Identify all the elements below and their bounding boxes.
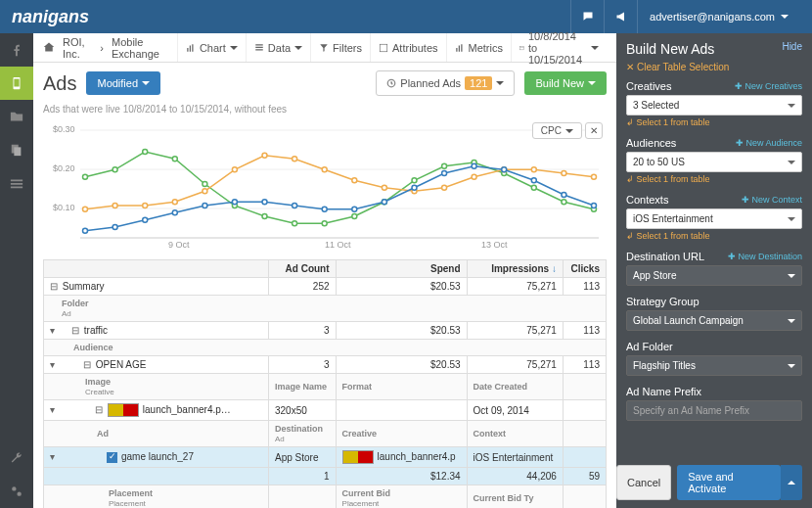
- row-summary[interactable]: ⊟ Summary 252$20.5375,271113: [44, 278, 607, 296]
- svg-text:$0.20: $0.20: [53, 163, 75, 173]
- breadcrumb-exchange[interactable]: Mobile Exchange: [112, 36, 169, 60]
- svg-point-71: [562, 193, 566, 198]
- svg-point-49: [442, 185, 447, 190]
- brand-logo: nanigans: [12, 7, 570, 27]
- toolbar-daterange[interactable]: 10/8/2014 to 10/15/2014: [511, 33, 607, 62]
- svg-point-20: [113, 167, 117, 172]
- collapse-icon[interactable]: ⊟: [71, 325, 81, 336]
- toolbar-attributes[interactable]: Attributes: [370, 33, 445, 62]
- new-audience-link[interactable]: ✚ New Audience: [736, 138, 802, 148]
- svg-point-68: [472, 163, 476, 168]
- cancel-button[interactable]: Cancel: [616, 465, 671, 500]
- destination-select[interactable]: App Store: [626, 265, 802, 286]
- svg-point-47: [382, 185, 386, 190]
- planned-ads-button[interactable]: Planned Ads 121: [376, 70, 515, 96]
- svg-point-37: [83, 207, 88, 211]
- chat-icon[interactable]: [570, 0, 604, 33]
- svg-point-22: [172, 157, 177, 162]
- svg-rect-7: [520, 46, 524, 49]
- svg-point-31: [442, 163, 447, 168]
- clear-selection-link[interactable]: ✕Clear Table Selection: [626, 62, 729, 72]
- svg-point-53: [562, 171, 566, 176]
- collapse-icon[interactable]: ⊟: [83, 359, 93, 370]
- col-impressions[interactable]: Impressions ↓: [467, 260, 563, 278]
- svg-point-66: [412, 185, 417, 190]
- new-creatives-link[interactable]: ✚ New Creatives: [735, 81, 802, 91]
- svg-text:$0.30: $0.30: [53, 124, 75, 134]
- row-open-age[interactable]: ▾⊟ OPEN AGE 3$20.5375,271113: [44, 356, 607, 374]
- creatives-select[interactable]: 3 Selected: [626, 95, 802, 115]
- svg-point-54: [592, 174, 597, 179]
- rail-mobile-icon[interactable]: [0, 67, 33, 100]
- new-destination-link[interactable]: ✚ New Destination: [728, 252, 802, 261]
- svg-text:11 Oct: 11 Oct: [325, 240, 351, 248]
- rail-copy-icon[interactable]: [0, 133, 33, 166]
- svg-point-41: [203, 189, 207, 194]
- rail-wrench-icon[interactable]: [0, 441, 33, 475]
- row-ad[interactable]: ▾game launch_27 App Storelaunch_banner4.…: [44, 447, 607, 468]
- save-activate-button[interactable]: Save and Activate: [677, 465, 781, 500]
- row-checkbox[interactable]: [107, 452, 117, 463]
- rail-settings-icon[interactable]: [0, 475, 33, 508]
- col-clicks[interactable]: Clicks: [563, 260, 606, 278]
- row-banner[interactable]: ▾⊟ launch_banner4.p… 320x50Oct 09, 2014: [44, 400, 607, 421]
- svg-rect-1: [14, 79, 19, 87]
- collapse-icon[interactable]: ⊟: [50, 281, 60, 292]
- line-chart: $0.30 $0.20 $0.10 9 Oct 11 Oct 13 Oct: [43, 120, 607, 248]
- svg-point-61: [262, 200, 267, 205]
- svg-point-4: [12, 486, 16, 490]
- chart-close-icon[interactable]: ✕: [585, 122, 603, 139]
- svg-point-42: [232, 167, 237, 172]
- build-new-button[interactable]: Build New: [524, 71, 607, 95]
- toolbar-data[interactable]: Data: [246, 33, 310, 62]
- svg-text:13 Oct: 13 Oct: [481, 240, 508, 248]
- user-menu[interactable]: advertiser@nanigans.com: [637, 0, 800, 33]
- svg-point-63: [322, 207, 327, 211]
- toolbar-metrics[interactable]: Metrics: [446, 33, 511, 62]
- audiences-select[interactable]: 20 to 50 US: [626, 152, 802, 172]
- announcement-icon[interactable]: [604, 0, 637, 33]
- strategy-select[interactable]: Global Launch Campaign: [626, 310, 802, 331]
- svg-point-21: [143, 150, 148, 155]
- page-subtext: Ads that were live 10/8/2014 to 10/15/20…: [33, 104, 616, 120]
- hide-panel-link[interactable]: Hide: [782, 41, 802, 57]
- svg-point-19: [83, 174, 88, 179]
- breadcrumb-org[interactable]: ROI, Inc.: [63, 36, 92, 60]
- svg-rect-3: [14, 147, 21, 156]
- svg-point-25: [262, 214, 267, 219]
- svg-point-59: [203, 204, 207, 208]
- svg-point-43: [262, 153, 267, 158]
- folder-select[interactable]: Flagship Titles: [626, 355, 802, 376]
- svg-point-70: [531, 178, 536, 183]
- col-spend[interactable]: Spend: [336, 260, 467, 278]
- toolbar-chart[interactable]: Chart: [177, 33, 246, 62]
- row-traffic[interactable]: ▾⊟ traffic 3$20.5375,271113: [44, 322, 607, 340]
- svg-point-40: [172, 200, 177, 205]
- svg-point-67: [442, 171, 447, 176]
- svg-point-39: [143, 204, 148, 208]
- svg-point-56: [113, 225, 117, 230]
- svg-point-46: [352, 178, 357, 183]
- new-context-link[interactable]: ✚ New Context: [742, 195, 802, 205]
- ad-name-prefix-input[interactable]: [626, 400, 802, 421]
- select-note[interactable]: ↲ Select 1 from table: [626, 117, 802, 127]
- rail-stack-icon[interactable]: [0, 166, 33, 200]
- svg-point-62: [293, 204, 297, 208]
- svg-point-35: [562, 200, 566, 205]
- planned-count-badge: 121: [465, 76, 492, 90]
- build-title: Build New Ads: [626, 41, 714, 57]
- rail-facebook-icon[interactable]: [0, 33, 33, 67]
- contexts-select[interactable]: iOS Entertainment: [626, 208, 802, 229]
- save-split-button[interactable]: [781, 465, 802, 500]
- svg-point-5: [17, 491, 21, 495]
- svg-point-44: [293, 157, 297, 162]
- svg-point-72: [592, 204, 597, 208]
- toolbar-filters[interactable]: Filters: [310, 33, 370, 62]
- rail-folder-icon[interactable]: [0, 100, 33, 133]
- modified-button[interactable]: Modified: [86, 71, 160, 95]
- left-rail: [0, 33, 33, 508]
- col-ad-count[interactable]: Ad Count: [269, 260, 337, 278]
- home-icon[interactable]: [43, 41, 55, 55]
- chart-metric-button[interactable]: CPC: [532, 122, 582, 139]
- svg-point-38: [113, 204, 117, 208]
